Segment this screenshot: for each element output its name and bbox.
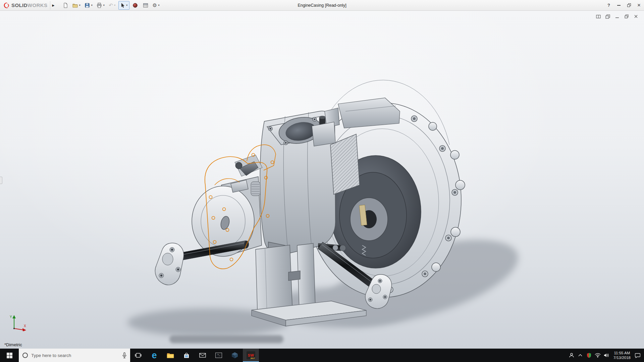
cube-app-icon	[231, 352, 238, 359]
gear-icon: ⚙	[153, 3, 157, 8]
engine-casing-model[interactable]	[0, 11, 644, 349]
design-table-icon	[143, 3, 148, 8]
y-axis-label: Y	[10, 315, 12, 319]
solidworks-logo: SOLIDWORKS	[0, 2, 50, 9]
cad-app-button[interactable]	[227, 349, 243, 362]
brand-text-solid: SOLID	[11, 2, 28, 8]
split-window-button[interactable]	[595, 13, 602, 19]
print-icon	[97, 3, 102, 8]
hidden-icons-button[interactable]	[576, 349, 585, 362]
solidworks-taskbar-button[interactable]: SW 2017	[243, 349, 259, 362]
store-button[interactable]	[178, 349, 195, 362]
start-button[interactable]	[0, 349, 19, 362]
windows-logo-icon	[7, 353, 12, 358]
doc-close-icon	[634, 14, 638, 18]
store-bag-icon	[183, 352, 190, 359]
save-icon	[85, 3, 90, 8]
panel-splitter-handle[interactable]	[0, 177, 2, 184]
brand-text-works: WORKS	[28, 2, 48, 8]
new-window-button[interactable]	[604, 13, 611, 19]
volume-icon	[604, 353, 609, 358]
document-title: EngineCasing [Read-only]	[298, 0, 346, 11]
x-axis-label: X	[24, 324, 26, 328]
select-tool-button[interactable]: ▼	[118, 1, 129, 10]
dropdown-caret-icon[interactable]: ▼	[91, 4, 93, 6]
doc-close-button[interactable]	[633, 13, 639, 19]
mail-button[interactable]	[195, 349, 211, 362]
section-hatch	[330, 134, 360, 194]
new-window-icon	[605, 14, 610, 19]
dropdown-caret-icon[interactable]: ▼	[114, 4, 116, 6]
undo-button[interactable]: ↶ ▼	[107, 1, 117, 10]
menu-expander-button[interactable]: ▶	[50, 1, 56, 10]
appearance-sphere-icon	[132, 3, 138, 8]
mail-icon	[199, 353, 206, 358]
dropdown-caret-icon[interactable]: ▼	[103, 4, 105, 6]
dassault-ds-icon	[3, 2, 10, 9]
task-view-icon	[135, 352, 142, 358]
close-icon: ✕	[637, 3, 641, 8]
dropdown-caret-icon[interactable]: ▼	[78, 4, 81, 6]
command-prompt-icon: >_	[215, 353, 222, 358]
taskbar-search[interactable]	[19, 349, 130, 362]
orientation-triad: Y X	[9, 314, 29, 331]
doc-minimize-button[interactable]	[614, 13, 621, 19]
edge-icon: e	[152, 351, 157, 360]
wifi-icon	[595, 353, 601, 358]
options-button[interactable]: ⚙ ▼	[151, 1, 161, 10]
doc-restore-button[interactable]	[623, 13, 630, 19]
minimize-icon	[617, 5, 621, 6]
people-button[interactable]	[567, 349, 576, 362]
dropdown-caret-icon[interactable]: ▼	[158, 4, 160, 6]
antivirus-tray-button[interactable]	[585, 349, 593, 362]
solidworks-app-icon: SW 2017	[247, 351, 255, 359]
microphone-icon[interactable]	[122, 352, 127, 358]
close-button[interactable]: ✕	[634, 0, 644, 10]
open-button[interactable]: ▼	[71, 1, 82, 10]
graphics-area: Y X *Dimetric	[0, 11, 644, 349]
help-button[interactable]: ?	[604, 0, 614, 10]
open-folder-icon	[72, 3, 78, 8]
appearance-button[interactable]	[130, 1, 140, 10]
edge-button[interactable]: e	[146, 349, 162, 362]
document-window-controls	[595, 13, 639, 19]
file-explorer-icon	[167, 352, 174, 358]
x-axis-arrow-icon	[22, 328, 26, 331]
search-input[interactable]	[31, 353, 119, 358]
taskbar-clock[interactable]: 11:55 AM 7/13/2018	[611, 349, 633, 362]
clock-date: 7/13/2018	[613, 355, 631, 360]
view-orientation-label: *Dimetric	[4, 342, 22, 347]
doc-minimize-icon	[615, 14, 619, 18]
people-icon	[569, 353, 574, 358]
y-axis-arrow-icon	[12, 315, 16, 318]
select-cursor-icon	[120, 3, 125, 8]
file-explorer-button[interactable]	[162, 349, 178, 362]
new-document-button[interactable]	[61, 1, 70, 10]
design-table-button[interactable]	[141, 1, 150, 10]
expander-icon: ▶	[52, 4, 54, 7]
volume-tray-button[interactable]	[602, 349, 611, 362]
help-icon: ?	[607, 3, 610, 8]
save-button[interactable]: ▼	[83, 1, 94, 10]
split-window-icon	[596, 14, 601, 19]
window-controls: ? ✕	[604, 0, 644, 11]
print-button[interactable]: ▼	[95, 1, 106, 10]
restore-button[interactable]	[624, 0, 634, 10]
cortana-ring-icon	[22, 352, 28, 358]
network-tray-button[interactable]	[593, 349, 602, 362]
doc-restore-icon	[625, 14, 629, 18]
app-titlebar: SOLIDWORKS ▶ ▼ ▼ ▼ ↶ ▼ ▼	[0, 0, 644, 11]
action-center-icon	[635, 353, 640, 358]
action-center-button[interactable]	[633, 349, 642, 362]
command-prompt-button[interactable]: >_	[211, 349, 227, 362]
quick-access-toolbar: ▼ ▼ ▼ ↶ ▼ ▼ ⚙ ▼	[61, 1, 161, 10]
clock-time: 11:55 AM	[614, 351, 630, 355]
windows-taskbar: e >_ SW 2017	[0, 349, 644, 362]
undo-icon: ↶	[109, 3, 113, 8]
task-view-button[interactable]	[130, 349, 146, 362]
new-document-icon	[63, 3, 68, 8]
antivirus-shield-icon	[587, 353, 591, 358]
minimize-button[interactable]	[614, 0, 624, 10]
dropdown-caret-icon[interactable]: ▼	[126, 4, 128, 6]
restore-icon	[627, 3, 631, 7]
